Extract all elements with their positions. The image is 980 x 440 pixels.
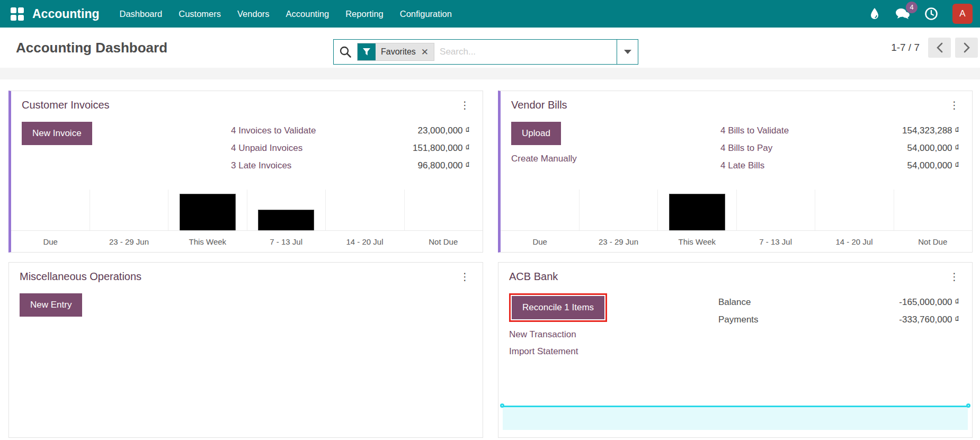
chart-axis-label: Not Due [894, 237, 972, 246]
create-manually-link[interactable]: Create Manually [511, 154, 577, 164]
stat-row: 3 Late Invoices 96,800,000 ₫ [231, 157, 470, 174]
nav-item-dashboard[interactable]: Dashboard [120, 7, 163, 21]
messages-icon[interactable]: 4 [894, 7, 910, 20]
stat-value: 54,000,000 ₫ [907, 157, 959, 174]
top-navbar: Accounting Dashboard Customers Vendors A… [0, 0, 980, 28]
new-invoice-button[interactable]: New Invoice [22, 122, 92, 145]
upload-button[interactable]: Upload [511, 122, 561, 145]
new-transaction-link[interactable]: New Transaction [509, 329, 718, 340]
chart-axis-label: Not Due [404, 237, 483, 246]
stat-value: 96,800,000 ₫ [417, 157, 470, 174]
stat-row: Balance -165,000,000 ₫ [718, 293, 959, 311]
selection-handle-left[interactable] [500, 403, 504, 408]
stat-row: Payments -333,760,000 ₫ [718, 311, 959, 328]
chart-bar [180, 194, 236, 230]
chart-column [247, 190, 326, 230]
stat-value: 151,800,000 ₫ [413, 139, 470, 157]
user-avatar[interactable]: A [952, 4, 973, 24]
kebab-menu-icon[interactable]: ⋮ [457, 99, 473, 111]
stat-value: -333,760,000 ₫ [899, 311, 959, 328]
new-entry-button[interactable]: New Entry [20, 293, 82, 317]
chart-axis-label: 14 - 20 Jul [815, 237, 893, 246]
main-menu: Dashboard Customers Vendors Accounting R… [120, 7, 452, 21]
invoices-to-validate-link[interactable]: 4 Invoices to Validate [231, 122, 316, 139]
stat-value: -165,000,000 ₫ [899, 293, 959, 311]
search-dropdown-toggle[interactable] [617, 40, 638, 64]
kebab-menu-icon[interactable]: ⋮ [946, 99, 963, 111]
chart-axis-label: This Week [168, 237, 247, 246]
page-title: Accounting Dashboard [16, 40, 167, 56]
acb-bank-card: ACB Bank ⋮ Reconcile 1 Items New Transac… [498, 262, 973, 438]
late-bills-link[interactable]: 4 Late Bills [720, 157, 764, 174]
facet-label: Favorites [381, 47, 416, 57]
control-panel: Accounting Dashboard Favorites ✕ 1-7 / 7 [0, 28, 980, 68]
navbar-systray: 4 A [869, 4, 973, 24]
stat-row: 4 Unpaid Invoices 151,800,000 ₫ [231, 139, 470, 157]
caret-down-icon [624, 50, 631, 54]
nav-item-customers[interactable]: Customers [179, 7, 221, 21]
chart-column [405, 190, 483, 230]
pager-range: 1-7 / 7 [891, 42, 920, 53]
nav-item-reporting[interactable]: Reporting [345, 7, 384, 21]
favorites-facet[interactable]: Favorites ✕ [357, 43, 434, 61]
facet-remove-icon[interactable]: ✕ [421, 47, 429, 58]
chart-axis-label: 23 - 29 Jun [90, 237, 168, 246]
bills-to-validate-link[interactable]: 4 Bills to Validate [720, 122, 789, 139]
nav-item-accounting[interactable]: Accounting [286, 7, 329, 21]
search-bar: Favorites ✕ [333, 39, 638, 65]
card-title: Vendor Bills [511, 99, 567, 111]
stat-value: 154,323,288 ₫ [902, 122, 959, 139]
reconcile-items-button[interactable]: Reconcile 1 Items [512, 296, 604, 319]
chart-column [326, 190, 405, 230]
balance-label: Balance [718, 293, 751, 311]
chart-column [815, 190, 894, 230]
pager-previous-button[interactable] [928, 38, 951, 58]
drop-icon[interactable] [869, 7, 880, 20]
activities-clock-icon[interactable] [924, 7, 938, 21]
kebab-menu-icon[interactable]: ⋮ [457, 271, 473, 283]
chart-axis-label: Due [501, 237, 579, 246]
late-invoices-link[interactable]: 3 Late Invoices [231, 157, 291, 174]
apps-menu-icon[interactable] [11, 7, 24, 21]
filter-funnel-icon [358, 43, 376, 60]
bill-stats: 4 Bills to Validate 154,323,288 ₫ 4 Bill… [720, 122, 959, 174]
chart-axis-label: 23 - 29 Jun [579, 237, 657, 246]
panel-divider-band [0, 68, 980, 79]
pager-next-button[interactable] [955, 38, 978, 58]
card-title: Miscellaneous Operations [20, 271, 141, 283]
chart-column [894, 190, 973, 230]
stat-row: 4 Bills to Pay 54,000,000 ₫ [720, 139, 959, 157]
chart-bar [669, 194, 725, 230]
bills-due-chart[interactable]: Due23 - 29 JunThis Week7 - 13 Jul14 - 20… [501, 190, 972, 252]
chart-bar [258, 210, 314, 230]
chart-column [168, 190, 247, 230]
chart-column [90, 190, 169, 230]
card-title: ACB Bank [509, 271, 558, 283]
chart-axis-label: This Week [658, 237, 736, 246]
message-badge: 4 [906, 2, 917, 13]
selection-handle-right[interactable] [966, 403, 970, 408]
stat-row: 4 Late Bills 54,000,000 ₫ [720, 157, 959, 174]
unpaid-invoices-link[interactable]: 4 Unpaid Invoices [231, 139, 302, 157]
app-name[interactable]: Accounting [32, 7, 100, 21]
invoices-due-chart[interactable]: Due23 - 29 JunThis Week7 - 13 Jul14 - 20… [11, 190, 483, 252]
invoice-stats: 4 Invoices to Validate 23,000,000 ₫ 4 Un… [231, 122, 470, 174]
chart-column [580, 190, 658, 230]
chevron-right-icon [963, 42, 970, 53]
bills-to-pay-link[interactable]: 4 Bills to Pay [720, 139, 772, 157]
stat-row: 4 Bills to Validate 154,323,288 ₫ [720, 122, 959, 139]
kebab-menu-icon[interactable]: ⋮ [946, 271, 963, 283]
stat-row: 4 Invoices to Validate 23,000,000 ₫ [231, 122, 470, 139]
stat-value: 54,000,000 ₫ [907, 139, 959, 157]
pager: 1-7 / 7 [891, 38, 978, 58]
chevron-left-icon [936, 42, 943, 53]
search-input[interactable] [440, 47, 611, 57]
import-statement-link[interactable]: Import Statement [509, 346, 718, 357]
nav-item-vendors[interactable]: Vendors [237, 7, 270, 21]
search-icon [339, 46, 352, 58]
nav-item-configuration[interactable]: Configuration [400, 7, 452, 21]
highlight-annotation-box: Reconcile 1 Items [509, 293, 607, 322]
customer-invoices-card: Customer Invoices ⋮ New Invoice 4 Invoic… [8, 91, 483, 253]
misc-operations-card: Miscellaneous Operations ⋮ New Entry [8, 262, 483, 438]
chart-column [501, 190, 580, 230]
